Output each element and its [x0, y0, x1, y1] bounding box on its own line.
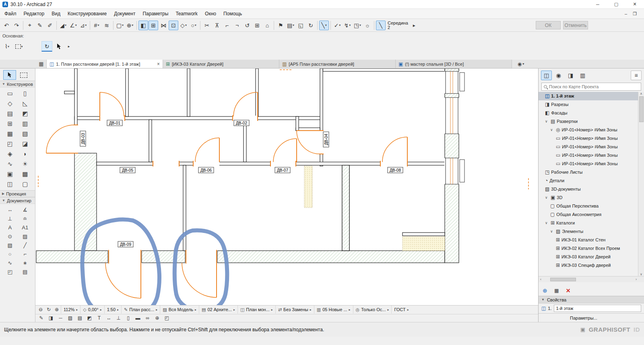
navigator-search[interactable]: [541, 83, 641, 91]
fill-tool-button[interactable]: ▨: [23, 233, 27, 240]
menu-document[interactable]: Документ: [110, 10, 139, 18]
orbit-button[interactable]: ↻: [41, 41, 52, 52]
tree-item-worksheets[interactable]: ◳Рабочие Листы: [539, 168, 638, 177]
door-tool-button[interactable]: ▦: [7, 131, 13, 137]
spline-tool-button[interactable]: ∿: [8, 260, 12, 266]
layer-combination-dropdown[interactable]: ▤02 Архите...▸: [199, 306, 237, 314]
beam-tool-button[interactable]: ◇: [8, 100, 12, 107]
chevron-down-icon[interactable]: ∨: [545, 119, 549, 123]
scrollbar-thumb[interactable]: [639, 96, 644, 122]
polyline-tool-button[interactable]: ⌐: [23, 251, 27, 258]
scroll-left-icon[interactable]: ‹: [539, 277, 543, 281]
copy-view-button[interactable]: ◱: [296, 21, 305, 30]
anchor-button[interactable]: ⊕▾: [125, 21, 135, 30]
tree-item-zone-view[interactable]: ▭ИР-01<Номер> #Имя Зоны: [539, 151, 638, 160]
navigator-menu-button[interactable]: ≡: [631, 71, 642, 80]
level-button[interactable]: ⊥: [114, 314, 123, 322]
rotate-button[interactable]: ↺: [242, 21, 252, 30]
inject-parameters-button[interactable]: ✐: [45, 21, 55, 30]
check-button[interactable]: ✓▾: [332, 21, 342, 30]
menu-design[interactable]: Конструирование: [64, 10, 110, 18]
tab-overview-button[interactable]: ▦: [36, 60, 47, 68]
circle-method-button[interactable]: ○▾: [189, 21, 198, 30]
figure-tool-button[interactable]: ◰: [8, 269, 12, 275]
maximize-button[interactable]: ▢: [607, 0, 625, 8]
redo-button[interactable]: ↷: [12, 21, 21, 30]
window-tool-button[interactable]: ▧: [22, 131, 28, 137]
opening-tool-button[interactable]: ◫: [7, 181, 13, 187]
wall-tool-button[interactable]: ▭: [7, 90, 13, 97]
drawing-tool-button[interactable]: ▤: [23, 269, 27, 275]
parameters-button[interactable]: Параметры...: [539, 313, 644, 322]
mdi-window-controls[interactable]: –❐: [625, 11, 644, 17]
relation-line-button[interactable]: ⌇▾: [2, 41, 12, 52]
shell-tool-button[interactable]: ◩: [22, 110, 28, 117]
tree-item-zone-group[interactable]: ∨◎ИР-01<Номер> #Имя Зоны: [539, 126, 638, 134]
beam-profile-button[interactable]: ▬: [134, 314, 142, 322]
overrides-dropdown[interactable]: ⇄Без Замены▸: [275, 306, 314, 314]
snap-intersect-button[interactable]: ⋈: [159, 21, 168, 30]
tree-item-schedules[interactable]: ∨⊞Каталоги: [539, 219, 638, 227]
minimize-button[interactable]: ─: [588, 0, 607, 8]
tab-door-schedule[interactable]: ⊞ [ИКЭ-03 Каталог Дверей]: [163, 60, 279, 68]
tree-item-details[interactable]: ◔Детали: [539, 177, 638, 185]
circle-tool-button[interactable]: ○: [8, 251, 12, 258]
scrollbar-thumb[interactable]: [550, 278, 576, 281]
marquee-mode-button[interactable]: ▾: [14, 41, 25, 52]
angle-dimension-tool-button[interactable]: ∡: [23, 207, 27, 213]
level-dimension-tool-button[interactable]: ⊥: [8, 216, 12, 222]
roof-tool-button[interactable]: ▤: [7, 110, 13, 117]
arc-method-button[interactable]: ◇▾: [179, 21, 188, 30]
plane-constraint-button[interactable]: ∠▾: [68, 21, 78, 30]
reference-line-button[interactable]: ╲: [376, 21, 386, 30]
tree-item-3d-documents[interactable]: ▧3D-документы: [539, 185, 638, 193]
tree-item-wall-schedule[interactable]: ⊞ИКЭ-01 Каталог Стен: [539, 236, 638, 244]
dimension-standard-dropdown[interactable]: ГОСТ▸: [391, 306, 411, 314]
layer-button[interactable]: ◨: [47, 314, 55, 322]
close-button[interactable]: ✕: [625, 0, 644, 8]
composite-button[interactable]: ▤: [76, 314, 84, 322]
menu-window[interactable]: Окно: [201, 10, 220, 18]
menu-options[interactable]: Параметры: [139, 10, 172, 18]
quick-options-button[interactable]: ↯▾: [343, 21, 352, 30]
chevron-down-icon[interactable]: ∨: [545, 195, 549, 200]
scale-dropdown[interactable]: 1:50▸: [104, 306, 121, 314]
chevron-down-icon[interactable]: ∨: [545, 221, 549, 225]
object-tool-button[interactable]: ▣: [7, 171, 13, 177]
plan-type-dropdown[interactable]: ◫План мон...▸: [237, 306, 275, 314]
view-map-button[interactable]: ◉: [553, 71, 564, 80]
fill-pattern-button[interactable]: ▨: [66, 314, 74, 322]
guide-lines-button[interactable]: ≋: [102, 21, 111, 30]
anchor-flyout-button[interactable]: ▸: [410, 21, 418, 30]
hatch-tool-button[interactable]: ▧: [8, 242, 12, 249]
dimension-tool-button[interactable]: ↔: [7, 207, 12, 213]
chevron-down-icon[interactable]: ∨: [550, 229, 554, 233]
sun-settings-button[interactable]: ☼: [363, 21, 372, 30]
radial-dimension-tool-button[interactable]: ≐: [23, 216, 27, 222]
multiply-button[interactable]: ⊞: [252, 21, 262, 30]
text-style-button[interactable]: T: [95, 314, 103, 322]
ok-button[interactable]: ОК: [536, 21, 561, 29]
add-viewpoint-button[interactable]: ⊕: [543, 287, 547, 294]
tree-item-zone-view[interactable]: ▭ИР-01<Номер> #Имя Зоны: [539, 160, 638, 168]
snap-grid-button[interactable]: ⊞: [149, 21, 158, 30]
scroll-down-icon[interactable]: ∨: [640, 272, 642, 276]
tab-layout[interactable]: ▥ [АР5 План расстановки дверей]: [279, 60, 396, 68]
renovation-filter-dropdown[interactable]: ◎Только Ос...▸: [353, 306, 392, 314]
menu-teamwork[interactable]: Teamwork: [172, 10, 201, 18]
rebuild-button[interactable]: ↻: [306, 21, 316, 30]
tree-vertical-scrollbar[interactable]: ∧ ∨: [638, 92, 644, 276]
marquee-tool-button[interactable]: [20, 73, 27, 78]
find-select-button[interactable]: ⌖: [25, 21, 35, 30]
toolbox-section-views[interactable]: ▶Проекция: [0, 190, 35, 197]
pen-set-dropdown[interactable]: ✎План расс...▸: [121, 306, 160, 314]
tree-item-perspective[interactable]: ▢Общая Перспектива: [539, 202, 638, 210]
view-settings-button[interactable]: ◉▾: [512, 60, 530, 68]
gravity-button[interactable]: ◢▾: [58, 21, 68, 30]
menu-view[interactable]: Вид: [48, 10, 64, 18]
tree-item-zone-view[interactable]: ▭ИР-01<Номер> #Имя Зоны: [539, 134, 638, 143]
rotation-dropdown[interactable]: ◇0,00°▸: [80, 306, 104, 314]
tree-horizontal-scrollbar[interactable]: ‹ ›: [539, 276, 644, 282]
split-button[interactable]: ⊼: [212, 21, 222, 30]
close-tab-icon[interactable]: ×: [157, 61, 160, 67]
